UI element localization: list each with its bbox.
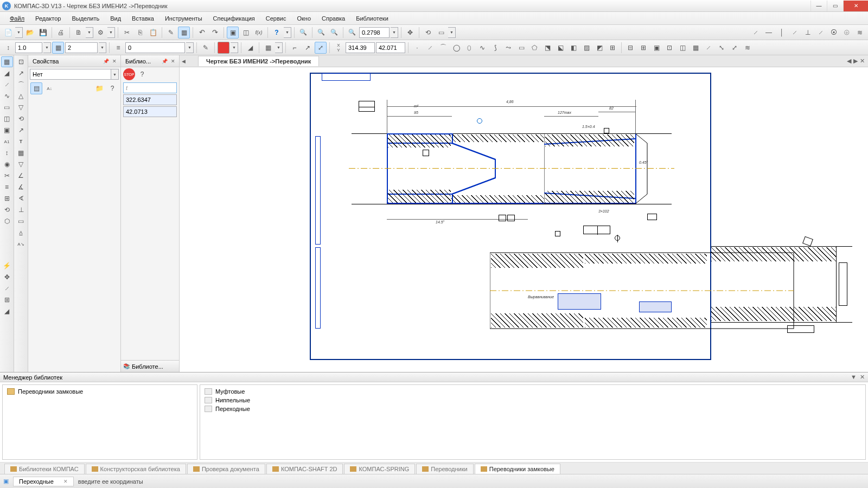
libmgr-pin-icon[interactable]: ▼	[851, 374, 857, 381]
lineweight-icon[interactable]: ↕	[2, 42, 14, 54]
lib-item-0[interactable]: Муфтовые	[202, 387, 863, 396]
mode1-button[interactable]: ▣	[227, 27, 239, 38]
fx-button[interactable]	[253, 27, 265, 38]
lib-input-v2[interactable]	[123, 106, 177, 117]
tab-close-icon[interactable]: ✕	[860, 57, 865, 65]
canvas[interactable]: Y X ▲ ▶	[180, 67, 868, 372]
props-b2[interactable]: A↓	[43, 82, 55, 94]
mode2-button[interactable]: ◫	[240, 27, 252, 38]
d5-icon[interactable]: ◫	[676, 42, 688, 54]
libmgr-left-pane[interactable]: Переводники замковые	[2, 384, 197, 460]
menu-insert[interactable]: Вставка	[127, 14, 158, 23]
v14-icon[interactable]: ⬡	[1, 216, 13, 227]
zoom-window-button[interactable]	[297, 27, 309, 38]
close-button[interactable]: ✕	[843, 1, 868, 11]
t3-icon[interactable]: ◧	[567, 42, 579, 54]
v12-icon[interactable]: ⊞	[1, 193, 13, 204]
props-dd[interactable]: ▼	[107, 27, 115, 38]
open-button[interactable]	[24, 27, 36, 38]
v17-icon[interactable]: ⟋	[1, 283, 13, 294]
libtab-4[interactable]: КОМПАС-SPRING	[344, 464, 415, 474]
ls-dd[interactable]: ▼	[186, 42, 194, 53]
lib-item-1[interactable]: Ниппельные	[202, 396, 863, 404]
props-b3[interactable]: 📁	[93, 82, 105, 94]
bezier-icon[interactable]: ⤳	[502, 42, 514, 54]
edit-icon[interactable]: ✎	[200, 42, 212, 54]
color-button[interactable]	[218, 42, 229, 54]
layer-dd[interactable]: ▼	[99, 42, 106, 53]
lib-tab-label[interactable]: Библио...	[123, 57, 159, 66]
snap1-icon[interactable]: ◢	[244, 42, 256, 54]
libtab-2[interactable]: Проверка документа	[187, 464, 265, 474]
arc-icon[interactable]: ⌒	[437, 42, 449, 54]
lib-folder-item[interactable]: Переводники замковые	[5, 387, 195, 396]
copy-button[interactable]	[134, 27, 146, 38]
libtab-6[interactable]: Переводники замковые	[475, 464, 560, 474]
undo-button[interactable]	[196, 27, 208, 38]
menu-tools[interactable]: Инструменты	[161, 14, 207, 23]
preview-dd[interactable]: ▼	[86, 27, 93, 38]
brush-button[interactable]: ✎	[165, 27, 177, 38]
layer-input[interactable]	[65, 42, 98, 53]
w5-icon[interactable]: ▽	[15, 102, 27, 113]
display-dd[interactable]: ▼	[448, 27, 456, 38]
t6-icon[interactable]: ⊞	[607, 42, 618, 54]
tangent-icon[interactable]: ⦿	[828, 27, 840, 38]
t2-icon[interactable]: ⬕	[554, 42, 566, 54]
zoom-fit-button[interactable]	[346, 27, 358, 38]
libmgr-right-pane[interactable]: Муфтовые Ниппельные Переходные	[200, 384, 866, 460]
v19-icon[interactable]: ◢	[1, 306, 13, 317]
grid-icon[interactable]	[262, 42, 274, 54]
props-combo[interactable]: ▼	[30, 69, 119, 80]
v18-icon[interactable]: ⊞	[1, 294, 13, 305]
lib-item-2[interactable]: Переходные	[202, 404, 863, 413]
status-tab[interactable]: Переходные ✕	[13, 477, 74, 486]
perp-icon[interactable]: ⊥	[802, 27, 814, 38]
minimize-button[interactable]: —	[810, 1, 827, 11]
menu-file[interactable]: Файл	[5, 14, 29, 23]
w13-icon[interactable]: ∢	[15, 193, 27, 204]
w14-icon[interactable]: ⊥	[15, 204, 27, 215]
w6-icon[interactable]: ⟲	[15, 113, 27, 124]
redo-button[interactable]	[209, 27, 221, 38]
props-b4[interactable]: ?	[106, 82, 118, 94]
lw-dd[interactable]: ▼	[43, 42, 51, 53]
props-combo-dd[interactable]: ▼	[111, 69, 119, 80]
props-tab-label[interactable]: Свойства	[30, 57, 101, 66]
v16-icon[interactable]: ✥	[1, 272, 13, 282]
snap3-icon[interactable]: ⤢	[315, 42, 327, 54]
v9-icon[interactable]: ◉	[1, 159, 13, 170]
d7-icon[interactable]: ⟋	[703, 42, 714, 54]
d1-icon[interactable]: ⊟	[624, 42, 636, 54]
coord-x-input[interactable]	[346, 42, 375, 53]
preview-button[interactable]: 🗎	[73, 27, 85, 38]
lib-footer-label[interactable]: Библиоте...	[130, 362, 177, 371]
lib-close-icon[interactable]: ✕	[169, 57, 177, 65]
lineweight-input[interactable]	[15, 42, 42, 53]
zoom-out-button[interactable]	[328, 27, 340, 38]
lib-input-active[interactable]	[123, 82, 177, 93]
zoom-in-button[interactable]	[315, 27, 327, 38]
props-button[interactable]: ⚙	[94, 27, 106, 38]
rect-icon[interactable]: ▭	[515, 42, 527, 54]
pan-button[interactable]: ✥	[404, 27, 416, 38]
menu-service[interactable]: Сервис	[261, 14, 291, 23]
menu-libraries[interactable]: Библиотеки	[352, 14, 393, 23]
layer-icon[interactable]: ▦	[52, 42, 64, 54]
help-dd[interactable]: ▼	[284, 27, 291, 38]
refresh-button[interactable]: ⟲	[422, 27, 434, 38]
v7-icon[interactable]: A1	[1, 136, 13, 147]
cut-button[interactable]	[121, 27, 133, 38]
print-button[interactable]	[55, 27, 67, 38]
v8-icon[interactable]: ↕	[1, 147, 13, 158]
w10-icon[interactable]: ▽	[15, 159, 27, 170]
d6-icon[interactable]: ▦	[690, 42, 701, 54]
libmgr-close-icon[interactable]: ✕	[860, 374, 865, 381]
zoom-input[interactable]	[359, 27, 390, 38]
w2-icon[interactable]: ↗	[15, 68, 27, 79]
props-pin-icon[interactable]: 📌	[102, 57, 110, 65]
new-dd[interactable]: ▼	[15, 27, 23, 38]
d9-icon[interactable]: ⤢	[729, 42, 741, 54]
maximize-button[interactable]: ▭	[827, 1, 843, 11]
line2-icon[interactable]: —	[763, 27, 775, 38]
